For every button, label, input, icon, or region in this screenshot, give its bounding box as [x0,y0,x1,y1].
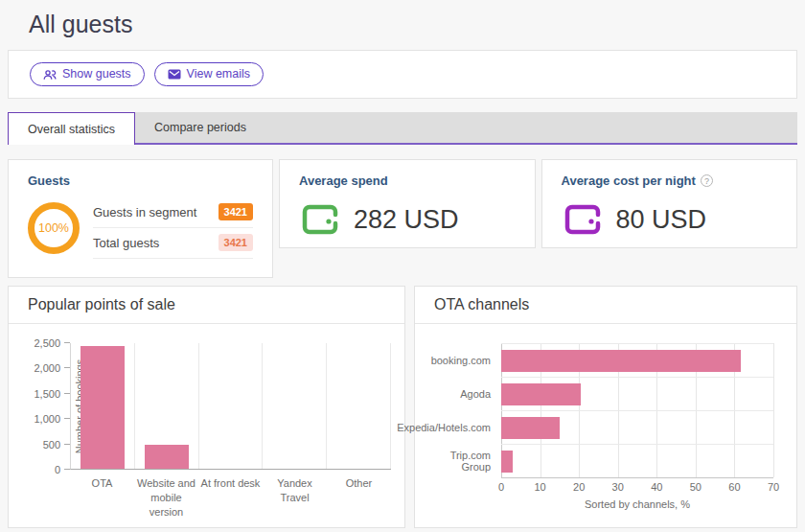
percent-ring: 100% [28,202,80,254]
ota-channels-title: OTA channels [415,287,796,324]
bar [501,417,560,439]
x-tick-label: 0 [498,481,504,493]
guests-card: Guests 100% Guests in segment 3421 Total… [8,159,273,278]
guests-in-segment-row: Guests in segment 3421 [93,197,253,228]
h-category-label: Expedia/Hotels.com [421,410,501,444]
hchart-row [501,410,773,444]
y-tick-label: 500 [43,439,60,451]
hchart-row [501,377,773,410]
average-spend-card: Average spend 282 USD [279,159,536,248]
total-guests-badge: 3421 [218,234,253,251]
h-category-label: Trip.com Group [421,444,501,477]
view-emails-label: View emails [187,67,250,81]
guests-in-segment-badge: 3421 [218,203,253,220]
total-guests-label: Total guests [93,236,159,250]
x-tick-label: 70 [768,481,779,493]
y-tick-label: 2,500 [34,337,60,349]
hchart-row [501,444,773,477]
x-tick-label: 10 [534,481,545,493]
ota-channels-chart: booking.comAgodaExpedia/Hotels.comTrip.c… [415,343,796,510]
y-tick-label: 1,000 [34,413,60,425]
hchart-plot [501,343,773,478]
x-tick-label: 60 [728,481,740,493]
percent-value: 100% [38,221,69,235]
x-category-label: Other [327,476,391,520]
vchart-column [263,343,327,469]
average-spend-value: 282 USD [354,205,459,235]
h-category-label: booking.com [421,343,501,377]
average-cost-title: Average cost per night [562,173,696,188]
envelope-icon [168,69,181,80]
ota-channels-panel: OTA channels booking.comAgodaExpedia/Hot… [414,286,797,528]
average-cost-value: 80 USD [616,205,707,235]
vchart-area: Number of bookings05001,0001,5002,0002,5… [70,343,391,470]
hchart-x-ticks: 010203040506070 [501,481,773,497]
guests-in-segment-label: Guests in segment [93,205,196,220]
total-guests-row: Total guests 3421 [93,228,253,259]
y-tick-label: 1,500 [34,388,60,400]
hchart-area: booking.comAgodaExpedia/Hotels.comTrip.c… [421,343,773,510]
actions-panel: Show guests View emails [8,50,797,99]
average-spend-title: Average spend [299,173,516,188]
charts-row: Popular points of sale Number of booking… [8,286,797,528]
hchart-labels: booking.comAgodaExpedia/Hotels.comTrip.c… [421,343,501,478]
y-tick-label: 0 [55,464,60,475]
hchart-row [501,343,773,377]
tab-overall-statistics[interactable]: Overall statistics [8,112,135,145]
y-tick-mark [64,418,70,419]
popular-points-title: Popular points of sale [9,287,404,324]
popular-points-chart: Number of bookings05001,0001,5002,0002,5… [9,343,404,520]
y-tick-mark [64,469,70,470]
bar [501,350,741,372]
vchart-column [71,343,135,469]
help-icon[interactable]: ? [701,174,713,187]
x-category-label: OTA [70,476,134,520]
bar [80,346,125,469]
y-tick-label: 2,000 [34,362,60,374]
x-tick-label: 20 [573,481,585,493]
y-tick-mark [64,367,70,368]
page-header: All guests [0,0,805,50]
grid-line [773,343,774,477]
page-title: All guests [29,11,776,38]
x-tick-label: 30 [612,481,624,493]
view-emails-button[interactable]: View emails [154,62,264,86]
stat-cards-row: Guests 100% Guests in segment 3421 Total… [8,159,797,278]
tab-overall-statistics-label: Overall statistics [28,123,115,136]
tab-compare-periods-label: Compare periods [154,121,246,134]
vchart-plot [70,343,391,470]
y-tick-mark [64,444,70,445]
y-tick-mark [64,342,70,343]
wallet-icon-purple [562,197,604,243]
wallet-icon-green [299,197,341,243]
x-category-label: At front desk [198,476,263,520]
bar [145,445,189,469]
guests-card-title: Guests [28,173,253,188]
x-tick-label: 50 [690,481,702,493]
vchart-x-labels: OTAWebsite and mobile versionAt front de… [70,476,391,520]
bar [501,451,513,473]
show-guests-button[interactable]: Show guests [30,62,145,86]
average-cost-card: Average cost per night ? 80 USD [541,159,798,248]
vchart-column [199,343,264,469]
tab-bar: Overall statistics Compare periods [8,112,797,145]
show-guests-label: Show guests [62,67,131,81]
vchart-column [135,343,199,469]
guests-icon [43,69,57,81]
tab-compare-periods[interactable]: Compare periods [135,112,265,143]
y-tick-mark [64,393,70,394]
x-tick-label: 40 [651,481,662,493]
x-category-label: Website and mobile version [134,476,198,520]
bar [501,383,581,405]
hchart-axis-title: Sorted by channels, % [501,498,773,510]
vchart-column [327,343,391,469]
x-category-label: Yandex Travel [263,476,327,520]
popular-points-panel: Popular points of sale Number of booking… [8,286,405,528]
h-category-label: Agoda [421,377,501,410]
